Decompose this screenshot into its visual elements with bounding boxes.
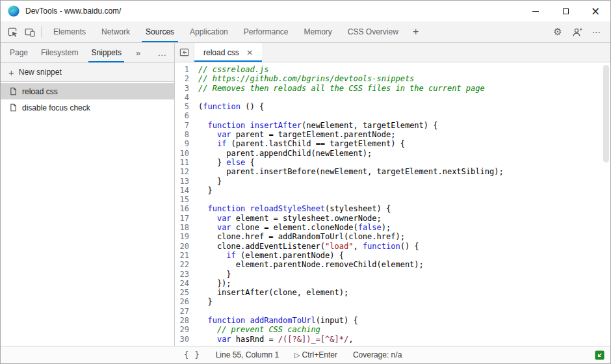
code-line[interactable]: 29 // prevent CSS caching: [175, 325, 610, 334]
line-number[interactable]: 22: [175, 260, 198, 269]
tab-css-overview[interactable]: CSS Overview: [340, 21, 406, 42]
code-line[interactable]: 24 });: [175, 279, 610, 288]
line-number[interactable]: 25: [175, 288, 198, 297]
snippet-item-disable-focus-check[interactable]: disable focus check: [1, 99, 174, 116]
line-number[interactable]: 18: [175, 223, 198, 232]
line-number[interactable]: 9: [175, 139, 198, 148]
code-line[interactable]: 16 function reloadStyleSheet(stylesheet)…: [175, 204, 610, 213]
code-line[interactable]: 11 } else {: [175, 158, 610, 167]
line-number[interactable]: 19: [175, 232, 198, 241]
line-number[interactable]: 30: [175, 335, 198, 344]
inspect-element-icon[interactable]: [5, 22, 21, 42]
tab-memory[interactable]: Memory: [296, 21, 340, 42]
line-number[interactable]: 8: [175, 130, 198, 139]
line-number[interactable]: 10: [175, 149, 198, 158]
line-number[interactable]: 7: [175, 121, 198, 130]
code-line[interactable]: 25 insertAfter(clone, element);: [175, 288, 610, 297]
tab-filesystem[interactable]: Filesystem: [34, 43, 84, 62]
code-line[interactable]: 30 var hasRnd = /([?&])_=[^&]*/,: [175, 335, 610, 344]
snippet-file-icon: [9, 87, 18, 96]
tab-performance[interactable]: Performance: [236, 21, 296, 42]
settings-gear-icon[interactable]: ⚙: [549, 26, 566, 38]
code-line[interactable]: 1// cssreload.js: [175, 65, 610, 74]
tab-page[interactable]: Page: [3, 43, 34, 62]
tab-application[interactable]: Application: [182, 21, 236, 42]
tab-overflow-icon[interactable]: »: [136, 48, 140, 58]
line-number[interactable]: 21: [175, 251, 198, 260]
more-options-icon[interactable]: ⋯: [588, 27, 605, 37]
line-number[interactable]: 14: [175, 186, 198, 195]
code-line[interactable]: 23 }: [175, 270, 610, 279]
line-number[interactable]: 11: [175, 158, 198, 167]
snippet-item-reload-css[interactable]: reload css: [1, 83, 174, 99]
code-editor[interactable]: 1// cssreload.js2// https://github.com/b…: [175, 62, 610, 346]
line-number[interactable]: 4: [175, 93, 198, 102]
code-line[interactable]: 3// Removes then reloads all the CSS fil…: [175, 84, 610, 93]
tab-snippets[interactable]: Snippets: [84, 43, 128, 62]
line-number[interactable]: 16: [175, 204, 198, 213]
content-area: Page Filesystem Snippets » … + New snipp…: [1, 43, 610, 346]
code-line[interactable]: 17 var element = stylesheet.ownerNode;: [175, 214, 610, 223]
line-number[interactable]: 1: [175, 65, 198, 74]
code-line[interactable]: 6: [175, 111, 610, 120]
code-line[interactable]: 7 function insertAfter(newElement, targe…: [175, 121, 610, 130]
vertical-scrollbar-thumb[interactable]: [603, 65, 609, 162]
close-button[interactable]: ×: [580, 1, 610, 21]
code-line[interactable]: 21 if (element.parentNode) {: [175, 251, 610, 260]
minimize-button[interactable]: [521, 1, 551, 21]
code-line[interactable]: 9 if (parent.lastChild == targetElement)…: [175, 139, 610, 148]
code-line[interactable]: 20 clone.addEventListener("load", functi…: [175, 242, 610, 251]
minimize-icon: [532, 11, 539, 12]
maximize-button[interactable]: [551, 1, 580, 21]
line-number[interactable]: 5: [175, 102, 198, 111]
code-line-text: } else {: [198, 158, 255, 167]
code-line[interactable]: 28 function addRandomToUrl(input) {: [175, 316, 610, 325]
code-line[interactable]: 13 }: [175, 177, 610, 186]
line-number[interactable]: 27: [175, 307, 198, 316]
code-line-text: parent.insertBefore(newElement, targetEl…: [198, 167, 504, 176]
more-tools-button[interactable]: +: [406, 21, 425, 42]
line-number[interactable]: 26: [175, 297, 198, 306]
close-tab-icon[interactable]: ×: [244, 46, 255, 58]
main-toolbar: Elements Network Sources Application Per…: [1, 21, 610, 43]
line-number[interactable]: 23: [175, 270, 198, 279]
tab-elements[interactable]: Elements: [46, 21, 94, 42]
line-number[interactable]: 28: [175, 316, 198, 325]
code-line[interactable]: 14 }: [175, 186, 610, 195]
line-number[interactable]: 15: [175, 195, 198, 204]
line-number[interactable]: 12: [175, 167, 198, 176]
code-line[interactable]: 4: [175, 93, 610, 102]
green-status-icon[interactable]: [595, 350, 604, 360]
code-line[interactable]: 18 var clone = element.cloneNode(false);: [175, 223, 610, 232]
feedback-person-icon[interactable]: [569, 27, 586, 38]
line-number[interactable]: 6: [175, 111, 198, 120]
code-line[interactable]: 27: [175, 307, 610, 316]
code-line[interactable]: 26 }: [175, 297, 610, 306]
tab-network[interactable]: Network: [94, 21, 138, 42]
navigator-more-icon[interactable]: …: [157, 47, 167, 58]
code-line[interactable]: 22 element.parentNode.removeChild(elemen…: [175, 260, 610, 269]
device-toolbar-icon[interactable]: [21, 22, 38, 42]
code-line-text: // prevent CSS caching: [198, 325, 320, 334]
code-line[interactable]: 15: [175, 195, 610, 204]
code-line[interactable]: 2// https://github.com/bgrins/devtools-s…: [175, 74, 610, 83]
tab-sources[interactable]: Sources: [138, 21, 182, 42]
line-number[interactable]: 2: [175, 74, 198, 83]
code-line-text: element.parentNode.removeChild(element);: [198, 260, 424, 269]
line-number[interactable]: 3: [175, 84, 198, 93]
line-number[interactable]: 20: [175, 242, 198, 251]
hide-navigator-icon[interactable]: [175, 43, 194, 62]
code-line[interactable]: 12 parent.insertBefore(newElement, targe…: [175, 167, 610, 176]
new-snippet-button[interactable]: + New snippet: [1, 63, 174, 82]
code-line[interactable]: 8 var parent = targetElement.parentNode;: [175, 130, 610, 139]
line-number[interactable]: 24: [175, 279, 198, 288]
line-number[interactable]: 13: [175, 177, 198, 186]
code-line[interactable]: 19 clone.href = addRandomToUrl(clone.hre…: [175, 232, 610, 241]
code-line[interactable]: 5(function () {: [175, 102, 610, 111]
code-line[interactable]: 10 parent.appendChild(newElement);: [175, 149, 610, 158]
editor-tab-reload-css[interactable]: reload css ×: [194, 43, 262, 62]
window-controls: ×: [521, 1, 610, 21]
pretty-print-icon[interactable]: { }: [184, 350, 200, 359]
line-number[interactable]: 17: [175, 214, 198, 223]
line-number[interactable]: 29: [175, 325, 198, 334]
